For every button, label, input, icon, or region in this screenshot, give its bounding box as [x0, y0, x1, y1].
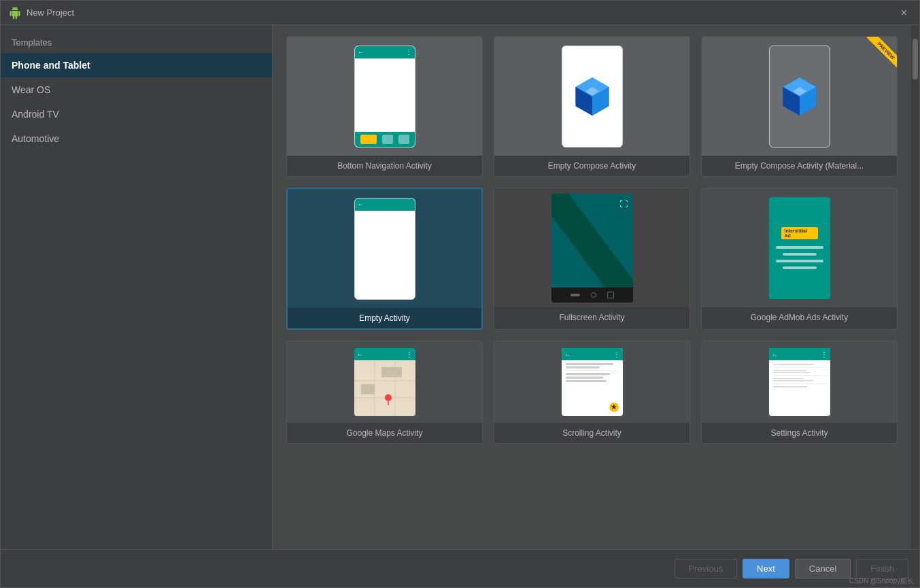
svg-line-12	[551, 194, 633, 302]
preview-ribbon	[853, 37, 897, 80]
template-preview-fullscreen: ← ⛶	[494, 188, 689, 307]
svg-rect-18	[381, 367, 402, 377]
template-label-scrolling: Scrolling Activity	[494, 423, 689, 443]
android-icon	[9, 7, 21, 19]
settings-mock: ← ⋮	[769, 348, 830, 416]
next-button[interactable]: Next	[743, 559, 789, 578]
template-card-scrolling[interactable]: ← ⋮	[494, 341, 690, 444]
dialog-title: New Project	[27, 7, 897, 18]
cancel-button[interactable]: Cancel	[795, 559, 851, 578]
title-bar: New Project ×	[1, 1, 919, 25]
templates-grid: ← ⋮ Bottom Navigation Activity	[286, 36, 898, 444]
template-label-google-maps: Google Maps Activity	[287, 423, 482, 443]
compose-mock	[562, 46, 623, 148]
template-card-empty-activity[interactable]: ←	[286, 188, 483, 330]
template-label-fullscreen: Fullscreen Activity	[494, 307, 689, 328]
sidebar: Templates Phone and Tablet Wear OS Andro…	[1, 25, 273, 549]
previous-button[interactable]: Previous	[675, 559, 738, 578]
template-card-google-admob[interactable]: Interstitial Ad Google AdMob Ads Activit…	[701, 188, 898, 330]
template-label-bottom-nav: Bottom Navigation Activity	[287, 156, 482, 176]
scrollbar[interactable]	[911, 25, 919, 549]
interstitial-ad-badge: Interstitial Ad	[781, 227, 818, 239]
sidebar-item-automotive[interactable]: Automotive	[1, 126, 272, 151]
phone-mock-bottom-nav: ← ⋮	[354, 46, 415, 148]
template-preview-empty-compose	[494, 37, 689, 156]
template-preview-bottom-nav: ← ⋮	[287, 37, 482, 156]
template-label-empty-compose: Empty Compose Activity	[494, 156, 689, 176]
template-label-empty-compose-material: Empty Compose Activity (Material...	[702, 156, 897, 176]
template-label-google-admob: Google AdMob Ads Activity	[702, 307, 897, 328]
templates-area[interactable]: ← ⋮ Bottom Navigation Activity	[273, 25, 911, 549]
sidebar-item-android-tv[interactable]: Android TV	[1, 102, 272, 126]
scroll-mock: ← ⋮	[562, 348, 623, 416]
template-preview-settings: ← ⋮	[702, 341, 897, 423]
template-card-empty-compose[interactable]: Empty Compose Activity	[494, 36, 690, 177]
sidebar-item-wear-os[interactable]: Wear OS	[1, 77, 272, 102]
empty-phone-mock: ←	[354, 198, 415, 300]
sidebar-section-title: Templates	[1, 31, 272, 53]
new-project-dialog: New Project × Templates Phone and Tablet…	[0, 0, 920, 588]
scrollbar-thumb[interactable]	[913, 39, 918, 80]
svg-point-19	[385, 394, 392, 401]
fullscreen-mock: ← ⛶	[551, 194, 633, 302]
template-card-empty-compose-material[interactable]: Empty Compose Activity (Material...	[701, 36, 898, 177]
main-content: Templates Phone and Tablet Wear OS Andro…	[1, 25, 919, 549]
template-label-empty-activity: Empty Activity	[288, 308, 481, 328]
finish-button[interactable]: Finish	[856, 559, 908, 578]
template-preview-empty-activity: ←	[288, 189, 481, 308]
template-card-fullscreen[interactable]: ← ⛶	[494, 188, 690, 330]
maps-mock: ← ⋮	[354, 348, 415, 416]
svg-rect-17	[361, 384, 375, 394]
template-preview-scrolling: ← ⋮	[494, 341, 689, 423]
template-card-google-maps[interactable]: ← ⋮	[286, 341, 483, 444]
template-preview-google-maps: ← ⋮	[287, 341, 482, 423]
close-button[interactable]: ×	[897, 5, 911, 20]
watermark: CSDN @Snoopy船长	[849, 576, 914, 586]
template-preview-empty-compose-material	[702, 37, 897, 156]
sidebar-item-phone-tablet[interactable]: Phone and Tablet	[1, 53, 272, 77]
footer: Previous Next Cancel Finish	[1, 549, 919, 587]
admob-mock: Interstitial Ad	[769, 197, 830, 299]
template-card-bottom-nav[interactable]: ← ⋮ Bottom Navigation Activity	[286, 36, 483, 177]
template-label-settings: Settings Activity	[702, 423, 897, 443]
template-preview-google-admob: Interstitial Ad	[702, 188, 897, 307]
template-card-settings[interactable]: ← ⋮	[701, 341, 898, 444]
compose-mock-material	[769, 46, 830, 148]
